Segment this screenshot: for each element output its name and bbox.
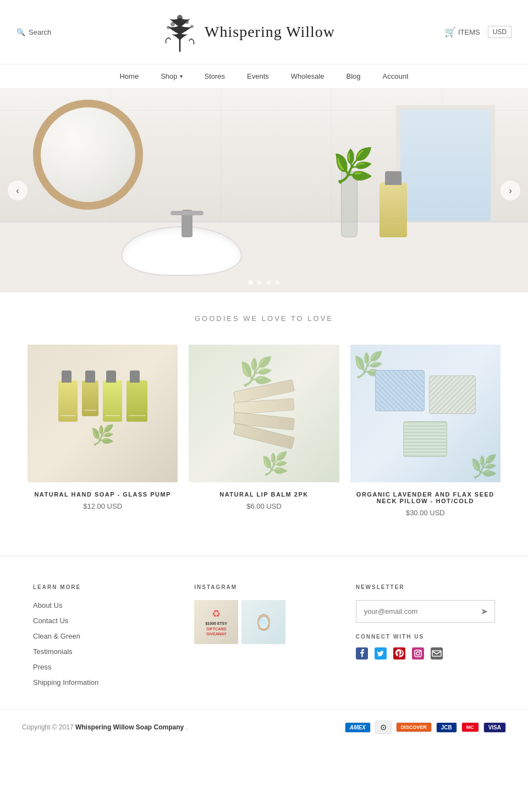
nav-stores[interactable]: Stores	[205, 72, 226, 80]
cart-button[interactable]: 🛒 ITEMS	[444, 26, 480, 38]
product-card-hand-soap[interactable]: 🌿 NATURAL HAND SOAP - GLASS PUMP $12.00 …	[22, 339, 183, 522]
payment-diners: ⊙	[375, 721, 392, 734]
product-price-hand-soap: $12.00 USD	[28, 502, 178, 510]
svg-point-2	[177, 15, 183, 20]
nav-blog[interactable]: Blog	[346, 72, 361, 80]
search-button[interactable]: 🔍 Search	[16, 28, 51, 36]
slider-dot-3[interactable]	[266, 280, 271, 285]
nav-shop[interactable]: Shop ▾	[161, 72, 182, 80]
currency-selector[interactable]: USD	[488, 26, 512, 38]
connect-with-us-heading: CONNECT WITH US	[356, 634, 495, 640]
cart-label: ITEMS	[458, 28, 480, 36]
header-right: 🛒 ITEMS USD	[444, 26, 512, 38]
slider-dot-1[interactable]	[249, 280, 253, 285]
product-name-lip-balm: NATURAL LIP BALM 2PK	[189, 491, 339, 498]
section-title: GOODIES WE LOVE TO LOVE	[0, 292, 528, 334]
nav-wholesale[interactable]: Wholesale	[291, 72, 324, 80]
logo[interactable]: Whispering Willow	[161, 10, 335, 54]
logo-tree-icon	[161, 10, 199, 54]
slider-dot-4[interactable]	[275, 280, 279, 285]
instagram-grid: ♻ $1000 ETSY GIFTCARD GIVEAWAY 🪞	[194, 600, 333, 644]
footer-instagram: INSTAGRAM ♻ $1000 ETSY GIFTCARD GIVEAWAY…	[183, 584, 344, 693]
nav-home[interactable]: Home	[119, 72, 139, 80]
copyright-text: Copyright © 2017 Whispering Willow Soap …	[22, 723, 188, 731]
logo-text: Whispering Willow	[205, 23, 335, 41]
product-name-hand-soap: NATURAL HAND SOAP - GLASS PUMP	[28, 491, 178, 498]
footer-link-press[interactable]: Press	[33, 663, 51, 671]
instagram-thumb-2[interactable]: 🪞	[241, 600, 285, 644]
slider-dot-2[interactable]	[257, 280, 262, 285]
product-name-neck-pillow: ORGANIC LAVENDER AND FLAX SEED NECK PILL…	[350, 491, 501, 504]
social-icons	[356, 647, 495, 662]
footer-links-list: About Us Contact Us Clean & Green Testim…	[33, 600, 172, 687]
footer-learn-more: LEARN MORE About Us Contact Us Clean & G…	[22, 584, 183, 693]
footer-link-testimonials[interactable]: Testimonials	[33, 647, 73, 656]
product-image-hand-soap: 🌿	[28, 345, 178, 482]
footer-link-contact[interactable]: Contact Us	[33, 617, 68, 625]
payment-amex: AMEX	[345, 722, 371, 733]
facebook-icon[interactable]	[356, 647, 368, 662]
instagram-icon[interactable]	[412, 647, 424, 662]
product-card-lip-balm[interactable]: 🌿 🌿 NATURAL LIP BALM 2PK $6.00 USD	[183, 339, 344, 522]
instagram-thumb-1[interactable]: ♻ $1000 ETSY GIFTCARD GIVEAWAY	[194, 600, 238, 644]
payment-discover: DISCOVER	[396, 722, 432, 732]
hero-slider: 🌿 ‹ ›	[0, 89, 528, 292]
header: 🔍 Search Whispering Willow �	[0, 0, 528, 64]
payment-jcb: JCB	[436, 722, 457, 733]
svg-rect-8	[412, 647, 424, 660]
payment-mastercard: MC	[461, 722, 479, 732]
nav-events[interactable]: Events	[247, 72, 269, 80]
footer-link-about[interactable]: About Us	[33, 601, 62, 609]
products-grid: 🌿 NATURAL HAND SOAP - GLASS PUMP $12.00 …	[0, 334, 528, 544]
pinterest-icon[interactable]	[393, 647, 405, 662]
copyright-bar: Copyright © 2017 Whispering Willow Soap …	[0, 709, 528, 745]
product-price-lip-balm: $6.00 USD	[189, 502, 339, 510]
footer-newsletter: NEWSLETTER ➤ CONNECT WITH US	[345, 584, 506, 693]
newsletter-submit-button[interactable]: ➤	[474, 601, 494, 622]
twitter-icon[interactable]	[375, 647, 387, 662]
product-image-neck-pillow: 🌿 🌿	[350, 345, 501, 482]
svg-point-4	[190, 25, 194, 28]
slider-prev-button[interactable]: ‹	[8, 181, 28, 200]
footer-learn-more-heading: LEARN MORE	[33, 584, 172, 590]
chevron-down-icon: ▾	[180, 73, 183, 79]
footer-instagram-heading: INSTAGRAM	[194, 584, 333, 590]
copyright-brand-link[interactable]: Whispering Willow Soap Company	[75, 723, 184, 731]
svg-point-1	[185, 20, 189, 24]
main-nav: Home Shop ▾ Stores Events Wholesale Blog…	[0, 64, 528, 89]
products-section: GOODIES WE LOVE TO LOVE 🌿 NATURAL HAND S…	[0, 292, 528, 544]
svg-point-3	[167, 26, 170, 29]
slider-dots	[249, 280, 279, 285]
payment-icons: AMEX ⊙ DISCOVER JCB MC VISA	[345, 721, 506, 734]
search-label: Search	[29, 28, 51, 36]
product-image-lip-balm: 🌿 🌿	[189, 345, 339, 482]
cart-icon: 🛒	[444, 26, 456, 38]
svg-point-11	[420, 651, 421, 652]
product-price-neck-pillow: $30.00 USD	[350, 509, 501, 517]
footer-link-shipping[interactable]: Shipping Information	[33, 678, 98, 686]
payment-visa: VISA	[483, 722, 506, 733]
slider-next-button[interactable]: ›	[501, 181, 520, 200]
svg-point-0	[170, 22, 175, 26]
footer: LEARN MORE About Us Contact Us Clean & G…	[0, 555, 528, 709]
footer-link-clean[interactable]: Clean & Green	[33, 632, 80, 640]
product-card-neck-pillow[interactable]: 🌿 🌿 ORGANIC LAVENDER AND FLAX SEED NECK …	[345, 339, 506, 522]
search-icon: 🔍	[16, 28, 25, 36]
email-icon[interactable]	[431, 647, 443, 662]
newsletter-email-input[interactable]	[356, 601, 474, 622]
nav-account[interactable]: Account	[383, 72, 409, 80]
footer-newsletter-heading: NEWSLETTER	[356, 584, 495, 590]
newsletter-form: ➤	[356, 600, 495, 623]
